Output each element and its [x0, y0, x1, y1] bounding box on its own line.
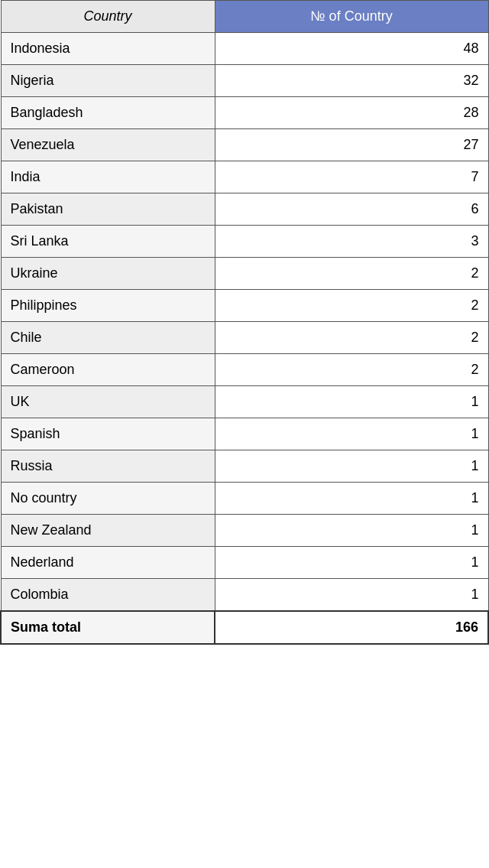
country-cell: New Zealand — [1, 515, 215, 547]
table-row: Chile2 — [1, 322, 488, 354]
count-cell: 2 — [215, 322, 488, 354]
table-row: Spanish1 — [1, 418, 488, 450]
footer-label: Suma total — [1, 611, 215, 644]
count-cell: 1 — [215, 547, 488, 579]
count-cell: 2 — [215, 258, 488, 290]
country-cell: Bangladesh — [1, 97, 215, 129]
table-row: Bangladesh28 — [1, 97, 488, 129]
country-cell: Philippines — [1, 290, 215, 322]
country-cell: Sri Lanka — [1, 226, 215, 258]
table-header-row: Country № of Country — [1, 1, 488, 33]
table-footer-row: Suma total 166 — [1, 611, 488, 644]
count-cell: 48 — [215, 33, 488, 65]
count-cell: 1 — [215, 418, 488, 450]
count-cell: 3 — [215, 226, 488, 258]
table-row: Sri Lanka3 — [1, 226, 488, 258]
country-cell: Pakistan — [1, 193, 215, 226]
count-cell: 28 — [215, 97, 488, 129]
country-cell: Colombia — [1, 579, 215, 612]
table-row: No country1 — [1, 483, 488, 515]
country-cell: Indonesia — [1, 33, 215, 65]
country-cell: Ukraine — [1, 258, 215, 290]
country-cell: UK — [1, 386, 215, 418]
count-cell: 6 — [215, 193, 488, 226]
country-cell: Spanish — [1, 418, 215, 450]
table-row: Philippines2 — [1, 290, 488, 322]
table-row: Ukraine2 — [1, 258, 488, 290]
table-row: Nederland1 — [1, 547, 488, 579]
country-cell: Nigeria — [1, 65, 215, 97]
count-cell: 1 — [215, 579, 488, 612]
table-row: Indonesia48 — [1, 33, 488, 65]
table-row: Venezuela27 — [1, 129, 488, 161]
count-cell: 1 — [215, 386, 488, 418]
column-header-count: № of Country — [215, 1, 488, 33]
count-cell: 1 — [215, 483, 488, 515]
table-row: UK1 — [1, 386, 488, 418]
country-cell: Venezuela — [1, 129, 215, 161]
table-body: Indonesia48Nigeria32Bangladesh28Venezuel… — [1, 33, 488, 612]
country-cell: Russia — [1, 450, 215, 483]
count-cell: 32 — [215, 65, 488, 97]
country-cell: Chile — [1, 322, 215, 354]
column-header-country: Country — [1, 1, 215, 33]
count-cell: 27 — [215, 129, 488, 161]
count-cell: 2 — [215, 290, 488, 322]
table-row: Cameroon2 — [1, 354, 488, 386]
table-row: Pakistan6 — [1, 193, 488, 226]
country-cell: No country — [1, 483, 215, 515]
table-row: Colombia1 — [1, 579, 488, 612]
country-cell: India — [1, 161, 215, 193]
count-cell: 1 — [215, 450, 488, 483]
count-cell: 1 — [215, 515, 488, 547]
country-cell: Nederland — [1, 547, 215, 579]
country-table: Country № of Country Indonesia48Nigeria3… — [0, 0, 489, 645]
table-row: New Zealand1 — [1, 515, 488, 547]
country-cell: Cameroon — [1, 354, 215, 386]
count-cell: 7 — [215, 161, 488, 193]
footer-total: 166 — [215, 611, 488, 644]
table-row: Russia1 — [1, 450, 488, 483]
table-container: Country № of Country Indonesia48Nigeria3… — [0, 0, 489, 645]
count-cell: 2 — [215, 354, 488, 386]
table-row: India7 — [1, 161, 488, 193]
table-row: Nigeria32 — [1, 65, 488, 97]
